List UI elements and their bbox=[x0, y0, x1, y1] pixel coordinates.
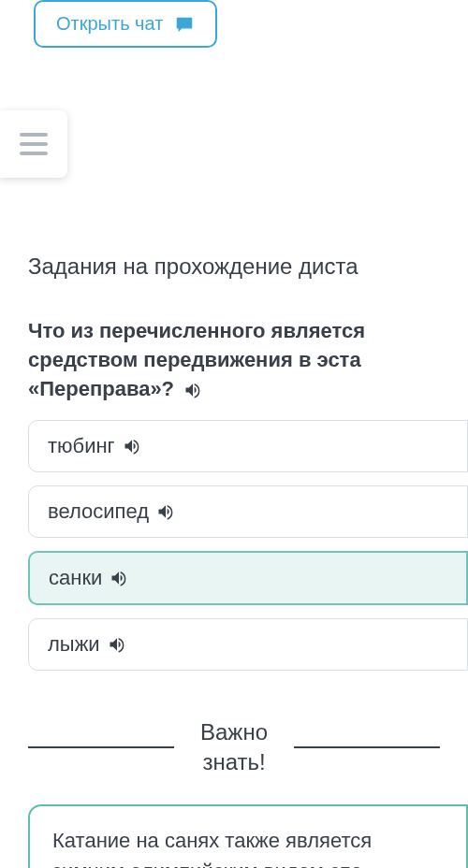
speaker-icon[interactable] bbox=[108, 635, 126, 654]
hamburger-icon bbox=[20, 133, 48, 155]
answer-label: велосипед bbox=[48, 499, 149, 524]
divider-section: Важно знать! bbox=[28, 717, 468, 775]
speaker-icon[interactable] bbox=[110, 569, 128, 587]
menu-button[interactable] bbox=[0, 110, 67, 178]
divider-line-left bbox=[28, 746, 174, 748]
info-box-text: Катание на санях также является зимним о… bbox=[52, 829, 372, 868]
info-box: Катание на санях также является зимним о… bbox=[28, 804, 468, 868]
divider-label: Важно знать! bbox=[174, 717, 294, 775]
answer-option-1[interactable]: велосипед bbox=[28, 485, 468, 538]
answer-label: тюбинг bbox=[48, 434, 115, 458]
open-chat-button[interactable]: Открыть чат bbox=[34, 0, 217, 48]
speaker-icon[interactable] bbox=[183, 381, 202, 399]
answer-option-3[interactable]: лыжи bbox=[28, 618, 468, 671]
answer-label: санки bbox=[49, 566, 102, 590]
section-title: Задания на прохождение диста bbox=[28, 253, 468, 280]
speaker-icon[interactable] bbox=[156, 502, 175, 521]
answer-list: тюбинг велосипед санки лыжи bbox=[28, 420, 468, 671]
speaker-icon[interactable] bbox=[123, 437, 141, 456]
answer-option-2[interactable]: санки bbox=[28, 551, 468, 605]
answer-option-0[interactable]: тюбинг bbox=[28, 420, 468, 472]
chat-button-label: Открыть чат bbox=[56, 13, 163, 35]
chat-icon bbox=[174, 14, 195, 35]
answer-label: лыжи bbox=[48, 632, 100, 657]
question-text: Что из перечисленного является средством… bbox=[28, 317, 468, 403]
divider-line-right bbox=[294, 746, 440, 748]
